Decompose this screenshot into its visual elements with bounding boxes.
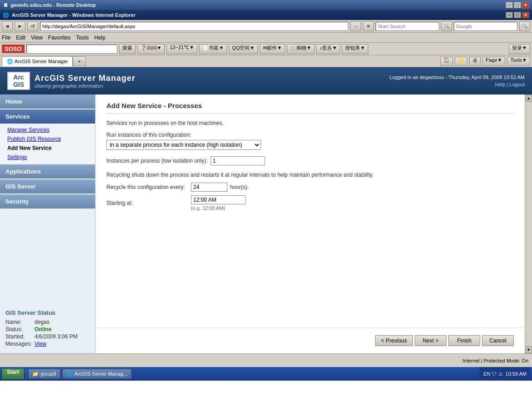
starting-row: Starting at: (e.g. 12:00 AM) (106, 195, 514, 211)
recycle-input[interactable] (191, 183, 227, 192)
previous-button[interactable]: < Previous (375, 335, 413, 346)
tabs-right: 🏠 ⭐ 🖨 Page▼ Tools▼ (440, 57, 530, 66)
sidebar-applications-header[interactable]: Applications (0, 164, 95, 179)
scroll-up[interactable]: ▲ (526, 94, 532, 102)
bookmark-btn[interactable]: 📄书签▼ (199, 44, 227, 54)
google-search-button[interactable]: 🔍 (519, 21, 530, 31)
soso-search-btn[interactable]: 搜索 (119, 44, 136, 54)
shop-btn[interactable]: 🛒购物▼ (287, 44, 315, 54)
sidebar-item-settings[interactable]: Settings (0, 153, 95, 162)
status-messages-label: Messages: (5, 341, 33, 347)
content-wrapper: Add New Service - Processes Services run… (95, 94, 525, 353)
tab-new[interactable]: + (73, 56, 85, 66)
ie-maximize-button[interactable]: □ (514, 12, 521, 18)
next-button[interactable]: Next > (415, 335, 447, 346)
arcgis-logo: Arc GIS ArcGIS Server Manager sharing ge… (7, 72, 136, 90)
logout-link[interactable]: Logout (509, 82, 525, 87)
status-status-row: Status: Online (5, 326, 90, 333)
sidebar-item-publish-gis[interactable]: Publish GIS Resource (0, 134, 95, 144)
run-instances-select[interactable]: In a separate process for each instance … (106, 140, 261, 150)
status-status-value: Online (35, 326, 51, 333)
starting-section: Starting at: (e.g. 12:00 AM) (106, 195, 514, 211)
sidebar-item-add-new-service[interactable]: Add New Service (0, 144, 95, 153)
status-name-row: Name: degas (5, 319, 90, 325)
ie-title-left: 🌐 ArcGIS Server Manager - Windows Intern… (3, 12, 136, 18)
taskbar-app-arcgis[interactable]: 🌐 ArcGIS Server Manag... (62, 369, 132, 379)
scroll-down[interactable]: ▼ (526, 346, 532, 353)
scroll-bar[interactable]: ▲ ▼ (525, 94, 532, 353)
db-btn[interactable]: 按钮库▼ (342, 44, 368, 54)
back-button[interactable]: ◄ (2, 21, 13, 31)
page-button[interactable]: Page▼ (482, 57, 506, 66)
sidebar-home-header[interactable]: Home (0, 94, 95, 109)
menu-favorites[interactable]: Favorites (48, 35, 70, 41)
tab-arcgis-manager[interactable]: 🌐 ArcGIS Server Manager (2, 56, 73, 66)
forward-button[interactable]: ► (15, 21, 25, 31)
home-section: Home (0, 94, 95, 109)
soso-logo[interactable]: SOSO (2, 45, 25, 53)
chinese-toolbar: SOSO 搜索 ❓问问▼ 13~21℃▼ 📄书签▼ QQ空间▼ ✉邮件▼ 🛒购物… (0, 43, 532, 55)
help-btn[interactable]: ❓问问▼ (137, 44, 165, 54)
ie-title-text: ArcGIS Server Manager - Windows Internet… (12, 12, 136, 18)
ie-close-button[interactable]: ✕ (522, 12, 529, 18)
sidebar-services-header[interactable]: Services (0, 109, 95, 124)
search-field[interactable] (376, 22, 439, 31)
recycle-description: Recycling shuts down the process and res… (106, 172, 388, 178)
recycle-unit: hour(s). (230, 184, 249, 190)
address-field[interactable] (40, 22, 348, 31)
menu-view[interactable]: View (31, 35, 43, 41)
applications-section: Applications (0, 164, 95, 179)
temp-btn[interactable]: 13~21℃▼ (166, 44, 197, 54)
title-bar-controls[interactable]: ─ □ ✕ (506, 2, 529, 8)
sidebar-gis-server-header[interactable]: GIS Server (0, 179, 95, 194)
login-btn[interactable]: 登录▼ (509, 44, 530, 54)
tools-button[interactable]: Tools▼ (507, 57, 530, 66)
tabs-bar: 🌐 ArcGIS Server Manager + 🏠 ⭐ 🖨 Page▼ To… (0, 55, 532, 67)
ie-minimize-button[interactable]: ─ (506, 12, 513, 18)
title-bar-text: geoinfo.sdsu.edu - Remote Desktop (10, 2, 96, 8)
logged-in-text: Logged in as degas\tsou - Thursday, Apri… (390, 74, 525, 80)
cancel-button[interactable]: Cancel (482, 335, 514, 346)
close-button[interactable]: ✕ (522, 2, 529, 8)
instances-per-process-input[interactable] (211, 156, 265, 165)
mail-btn[interactable]: ✉邮件▼ (260, 44, 285, 54)
favorites-star[interactable]: ⭐ (455, 57, 467, 66)
status-bar: Internet | Protected Mode: On (0, 353, 532, 367)
menu-file[interactable]: File (2, 35, 10, 41)
starting-input[interactable] (191, 195, 246, 204)
status-messages-link[interactable]: View (35, 341, 46, 347)
search-go-button[interactable]: 🔍 (441, 21, 452, 31)
taskbar-left: Start 📁 group8 🌐 ArcGIS Server Manag... (2, 368, 131, 379)
ie-controls[interactable]: ─ □ ✕ (506, 12, 529, 18)
taskbar-app-group8[interactable]: 📁 group8 (28, 369, 60, 379)
content-area: Add New Service - Processes Services run… (95, 94, 525, 328)
security-section: Security (0, 194, 95, 208)
print-button[interactable]: 🖨 (469, 57, 481, 66)
refresh-button[interactable]: ↺ (27, 21, 38, 31)
arc-logo-box: Arc GIS (7, 72, 30, 90)
start-button[interactable]: Start (2, 368, 24, 379)
sidebar-item-manage-services[interactable]: Manage Services (0, 125, 95, 134)
google-field[interactable] (454, 22, 517, 31)
instances-per-process-label: Instances per process (low isolation onl… (106, 158, 208, 164)
title-bar-left: 🖥 geoinfo.sdsu.edu - Remote Desktop (3, 2, 96, 8)
help-link[interactable]: Help (495, 82, 506, 87)
recycle-label: Recycle this configuration every: (106, 184, 188, 190)
qq-btn[interactable]: QQ空间▼ (229, 44, 258, 54)
finish-button[interactable]: Finish (448, 335, 480, 346)
sidebar-security-header[interactable]: Security (0, 194, 95, 208)
soso-search-field[interactable] (26, 45, 117, 54)
arcgis-header: Arc GIS ArcGIS Server Manager sharing ge… (0, 67, 532, 94)
go-button[interactable]: → (350, 21, 361, 31)
stop-button[interactable]: ✕ (363, 21, 374, 31)
minimize-button[interactable]: ─ (506, 2, 513, 8)
maximize-button[interactable]: □ (514, 2, 521, 8)
music-btn[interactable]: ♪音乐▼ (316, 44, 340, 54)
services-links: Manage Services Publish GIS Resource Add… (0, 124, 95, 164)
home-button[interactable]: 🏠 (440, 57, 453, 66)
intro-text: Services run in processes on the host ma… (106, 120, 514, 126)
menu-tools[interactable]: Tools (76, 35, 89, 41)
app-icon: 📁 (32, 371, 39, 377)
menu-edit[interactable]: Edit (16, 35, 25, 41)
menu-help[interactable]: Help (94, 35, 105, 41)
